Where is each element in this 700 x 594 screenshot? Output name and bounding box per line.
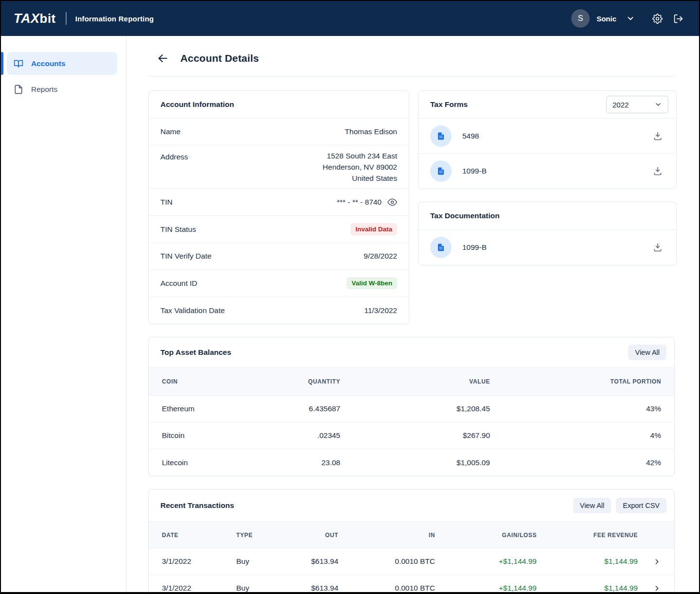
document-file-icon (430, 125, 452, 147)
reveal-tin-eye-icon[interactable] (387, 197, 397, 207)
sidebar-item-reports[interactable]: Reports (7, 78, 117, 101)
settings-gear-icon[interactable] (650, 12, 665, 26)
table-title: Recent Transactions (160, 501, 234, 510)
chevron-right-icon[interactable] (638, 584, 661, 593)
tax-form-row-1099b: 1099-B (419, 154, 676, 189)
main-content: Account Details Account Information Name… (126, 36, 699, 592)
title-divider (148, 76, 675, 77)
chevron-right-icon[interactable] (638, 558, 661, 566)
asset-coin: Bitcoin (162, 431, 240, 440)
column-header-type: Type (236, 532, 280, 539)
taxbit-logo[interactable]: TAXbit (14, 11, 56, 26)
column-header-date: Date (162, 532, 236, 539)
card-title: Account Information (160, 100, 234, 109)
asset-portion: 42% (490, 458, 661, 467)
info-label: Account ID (160, 279, 197, 288)
page-title: Account Details (180, 52, 259, 64)
document-icon (14, 85, 23, 94)
info-value: 9/28/2022 (364, 252, 397, 261)
asset-value: $267.90 (340, 431, 490, 440)
tx-fee-revenue: $1,144.99 (537, 584, 638, 592)
open-book-icon (14, 59, 23, 69)
column-header-in: In (338, 532, 435, 539)
info-row-address: Address 1528 South 234 East Henderson, N… (149, 145, 409, 189)
info-label: TIN Status (160, 225, 196, 234)
export-csv-button[interactable]: Export CSV (616, 498, 666, 513)
navbar-right-group: S Sonic (571, 9, 685, 28)
asset-value: $1,005.09 (340, 458, 490, 467)
info-value-address: 1528 South 234 East Henderson, NV 89002 … (323, 150, 397, 184)
card-title: Tax Documentation (430, 211, 500, 220)
app-title: Information Reporting (75, 15, 154, 23)
logo-bit-text: bit (40, 11, 56, 26)
tx-date: 3/1/2022 (162, 584, 236, 592)
tx-date: 3/1/2022 (162, 557, 236, 566)
asset-coin: Litecoin (162, 458, 240, 467)
asset-quantity: 23.08 (240, 458, 340, 467)
info-row-tin-verify-date: TIN Verify Date 9/28/2022 (149, 243, 409, 270)
year-select[interactable]: 2022 (606, 96, 668, 113)
transaction-row[interactable]: 3/1/2022 Buy $613.94 0.0010 BTC +$1,144.… (149, 575, 674, 592)
view-all-button[interactable]: View All (573, 498, 612, 513)
asset-quantity: 6.435687 (240, 404, 340, 413)
recent-transactions-card: Recent Transactions View All Export CSV … (148, 489, 675, 592)
account-id-badge: Valid W-8ben (347, 277, 397, 289)
user-name: Sonic (596, 15, 616, 23)
info-row-name: Name Thomas Edison (149, 119, 409, 145)
info-label: Tax Validation Date (160, 306, 225, 315)
asset-coin: Ethereum (162, 404, 240, 413)
tax-form-name: 5498 (462, 132, 479, 140)
asset-quantity: .02345 (240, 431, 340, 440)
column-header-quantity: Quantity (240, 378, 340, 385)
asset-row-litecoin: Litecoin 23.08 $1,005.09 42% (149, 449, 674, 476)
asset-value: $1,208.45 (340, 404, 490, 413)
tax-documentation-row-1099b: 1099-B (419, 230, 676, 265)
avatar-initial: S (578, 14, 583, 23)
tx-gain-loss: +$1,144.99 (435, 584, 537, 592)
download-icon[interactable] (651, 129, 665, 143)
transactions-table-header: Date Type Out In Gain/Loss Fee Revenue (149, 522, 674, 548)
column-header-out: Out (280, 532, 338, 539)
download-icon[interactable] (651, 164, 665, 178)
account-information-card: Account Information Name Thomas Edison A… (148, 90, 409, 324)
tx-in: 0.0010 BTC (338, 557, 435, 566)
active-indicator-bar (1, 52, 3, 75)
sidebar-item-accounts[interactable]: Accounts (7, 52, 117, 75)
download-icon[interactable] (651, 241, 665, 254)
asset-row-ethereum: Ethereum 6.435687 $1,208.45 43% (149, 396, 674, 422)
document-file-icon (430, 237, 452, 258)
column-header-fee-revenue: Fee Revenue (537, 532, 638, 539)
info-row-account-id: Account ID Valid W-8ben (149, 270, 409, 297)
document-file-icon (430, 160, 452, 182)
logout-icon[interactable] (671, 12, 685, 26)
sidebar-item-label: Reports (31, 85, 57, 94)
info-label: TIN (160, 198, 173, 207)
tx-type: Buy (236, 584, 280, 592)
info-value: 11/3/2022 (364, 306, 397, 315)
info-row-tin: TIN *** - ** - 8740 (149, 189, 409, 216)
top-asset-balances-card: Top Asset Balances View All Coin Quantit… (148, 337, 675, 476)
chevron-down-icon (654, 101, 662, 108)
info-label: Name (160, 127, 180, 136)
table-title: Top Asset Balances (160, 348, 231, 357)
back-arrow-icon[interactable] (156, 52, 170, 65)
column-header-total-portion: Total Portion (490, 378, 661, 385)
address-line: Henderson, NV 89002 (323, 161, 397, 173)
tx-out: $613.94 (280, 584, 338, 592)
card-title: Tax Forms (430, 100, 468, 109)
user-menu-chevron-down-icon[interactable] (624, 12, 637, 25)
logo-tax-text: TAX (14, 11, 40, 26)
year-select-value: 2022 (612, 101, 629, 109)
view-all-button[interactable]: View All (628, 345, 666, 360)
tin-status-badge: Invalid Data (350, 223, 397, 235)
asset-portion: 43% (490, 404, 661, 413)
transaction-row[interactable]: 3/1/2022 Buy $613.94 0.0010 BTC +$1,144.… (149, 548, 674, 575)
tx-gain-loss: +$1,144.99 (435, 557, 537, 566)
navbar-divider (66, 12, 67, 25)
assets-table-header: Coin Quantity Value Total Portion (149, 367, 674, 396)
info-row-tax-validation-date: Tax Validation Date 11/3/2022 (149, 297, 409, 324)
address-line: 1528 South 234 East (323, 150, 397, 161)
info-row-tin-status: TIN Status Invalid Data (149, 216, 409, 243)
info-value: Thomas Edison (345, 127, 397, 136)
avatar[interactable]: S (571, 9, 590, 28)
